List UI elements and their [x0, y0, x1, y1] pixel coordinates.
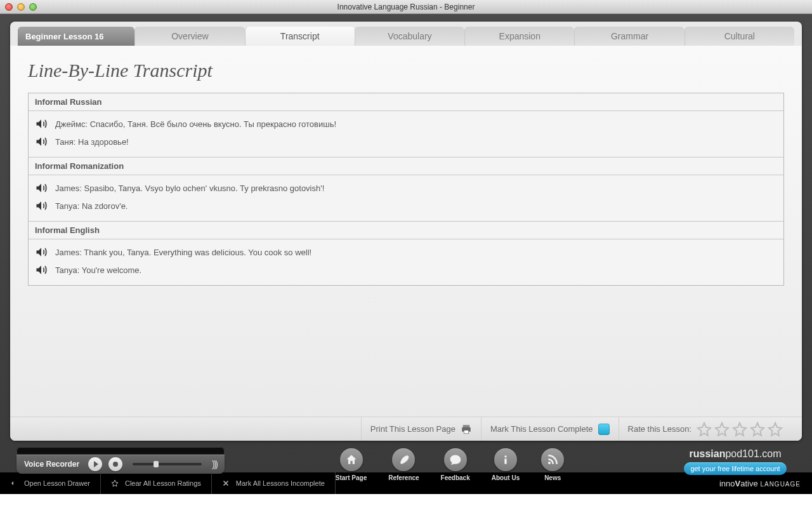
star-icon[interactable] [732, 422, 747, 437]
zoom-button[interactable] [29, 3, 37, 11]
print-lesson-button[interactable]: Print This Lesson Page [361, 417, 481, 441]
recorder-label: Voice Recorder [24, 460, 79, 469]
start-page-button[interactable]: Start Page [336, 448, 367, 481]
minimize-button[interactable] [17, 3, 25, 11]
news-label: News [544, 474, 561, 481]
clear-label: Clear All Lesson Ratings [125, 479, 201, 487]
line-text: Джеймс: Спасибо, Таня. Всё было очень вк… [55, 119, 336, 129]
recorder-controls: Voice Recorder ))) [16, 455, 225, 474]
tab-overview[interactable]: Overview [134, 27, 244, 46]
drawer-icon [10, 479, 18, 487]
rate-label: Rate this Lesson: [628, 424, 691, 434]
speaker-icon[interactable] [35, 264, 48, 276]
record-button[interactable] [108, 457, 122, 471]
svg-rect-4 [504, 458, 506, 464]
line-text: James: Thank you, Tanya. Everything was … [55, 248, 311, 257]
section-heading: Informal Romanization [29, 157, 783, 175]
star-icon[interactable] [714, 422, 730, 437]
tab-cultural[interactable]: Cultural [684, 27, 794, 46]
svg-point-5 [548, 462, 551, 464]
volume-slider[interactable] [133, 463, 202, 465]
mark-incomplete-button[interactable]: Mark All Lessons Incomplete [212, 472, 336, 494]
svg-point-3 [504, 455, 506, 457]
sound-icon: ))) [212, 459, 217, 469]
reference-label: Reference [388, 474, 419, 481]
mark-complete-button[interactable]: Mark This Lesson Complete [481, 417, 619, 441]
window-title: Innovative Language Russian - Beginner [0, 3, 812, 11]
star-icon[interactable] [750, 422, 765, 437]
free-account-button[interactable]: get your free lifetime account [684, 462, 786, 475]
traffic-lights [5, 3, 37, 11]
complete-label: Mark This Lesson Complete [490, 424, 593, 434]
company-brand: innoVative LANGUAGE [708, 479, 812, 488]
feedback-label: Feedback [441, 474, 470, 481]
speaker-icon[interactable] [35, 246, 48, 258]
star-icon[interactable] [697, 422, 712, 437]
content-panel: Beginner Lesson 16 Overview Transcript V… [10, 22, 802, 441]
feather-icon [397, 453, 410, 466]
transcript-line: Таня: На здоровье! [35, 133, 777, 150]
transcript-line: Tanya: You're welcome. [35, 261, 777, 279]
tab-transcript[interactable]: Transcript [245, 27, 355, 46]
speaker-icon[interactable] [35, 135, 48, 148]
rss-icon [546, 453, 559, 466]
voice-recorder: Voice Recorder ))) [16, 447, 225, 474]
rating-stars [697, 422, 783, 437]
speech-bubble-icon [449, 453, 462, 466]
about-label: About Us [492, 474, 520, 481]
lower-row: Voice Recorder ))) Start Page Reference … [10, 441, 802, 476]
tab-grammar[interactable]: Grammar [574, 27, 684, 46]
close-button[interactable] [5, 3, 13, 11]
star-icon[interactable] [768, 422, 783, 437]
transcript-line: James: Spasibo, Tanya. Vsyo bylo ochen' … [35, 179, 777, 197]
tab-vocabulary[interactable]: Vocabulary [355, 27, 464, 46]
section-body: James: Thank you, Tanya. Everything was … [29, 239, 783, 285]
line-text: Tanya: You're welcome. [55, 265, 141, 275]
transcript-box: Informal Russian Джеймс: Спасибо, Таня. … [28, 93, 784, 286]
home-icon [345, 453, 358, 466]
info-icon [499, 453, 512, 466]
feedback-button[interactable]: Feedback [441, 448, 470, 481]
section-heading: Informal Russian [29, 93, 783, 111]
rate-lesson: Rate this Lesson: [619, 417, 792, 441]
clear-ratings-button[interactable]: Clear All Lesson Ratings [101, 472, 212, 494]
title-bar: Innovative Language Russian - Beginner [0, 0, 812, 14]
line-text: Таня: На здоровье! [55, 137, 129, 147]
recorder-waveform [16, 447, 225, 455]
line-text: James: Spasibo, Tanya. Vsyo bylo ochen' … [55, 184, 324, 193]
incomplete-label: Mark All Lessons Incomplete [236, 479, 325, 487]
speaker-icon[interactable] [35, 182, 48, 194]
lesson-tab[interactable]: Beginner Lesson 16 [18, 27, 134, 46]
complete-checkbox-icon [598, 424, 610, 435]
start-page-label: Start Page [336, 474, 367, 481]
section-body: Джеймс: Спасибо, Таня. Всё было очень вк… [29, 111, 783, 157]
svg-rect-2 [464, 430, 469, 433]
svg-rect-0 [463, 425, 470, 427]
brand-box: russianpod101.com get your free lifetime… [675, 447, 796, 475]
speaker-icon[interactable] [35, 199, 48, 212]
print-label: Print This Lesson Page [370, 424, 455, 434]
printer-icon [461, 424, 472, 435]
x-icon [222, 479, 230, 487]
reference-button[interactable]: Reference [388, 448, 419, 481]
page-title: Line-By-Line Transcript [28, 60, 784, 81]
about-button[interactable]: About Us [492, 448, 520, 481]
star-outline-icon [111, 479, 119, 487]
main-area: Line-By-Line Transcript Informal Russian… [10, 46, 802, 417]
brand-site[interactable]: russianpod101.com [675, 448, 796, 460]
transcript-line: Джеймс: Спасибо, Таня. Всё было очень вк… [35, 115, 777, 133]
drawer-label: Open Lesson Drawer [24, 479, 90, 487]
line-text: Tanya: Na zdorov'e. [55, 201, 128, 211]
slider-thumb [154, 461, 159, 467]
transcript-line: James: Thank you, Tanya. Everything was … [35, 243, 777, 261]
section-body: James: Spasibo, Tanya. Vsyo bylo ochen' … [29, 175, 783, 221]
transcript-line: Tanya: Na zdorov'e. [35, 197, 777, 215]
open-lesson-drawer-button[interactable]: Open Lesson Drawer [0, 472, 101, 494]
play-button[interactable] [88, 457, 102, 471]
speaker-icon[interactable] [35, 117, 48, 130]
tab-expansion[interactable]: Expansion [464, 27, 574, 46]
news-button[interactable]: News [541, 448, 564, 481]
record-icon [113, 462, 118, 467]
play-icon [94, 461, 98, 467]
action-bar: Print This Lesson Page Mark This Lesson … [10, 417, 802, 441]
